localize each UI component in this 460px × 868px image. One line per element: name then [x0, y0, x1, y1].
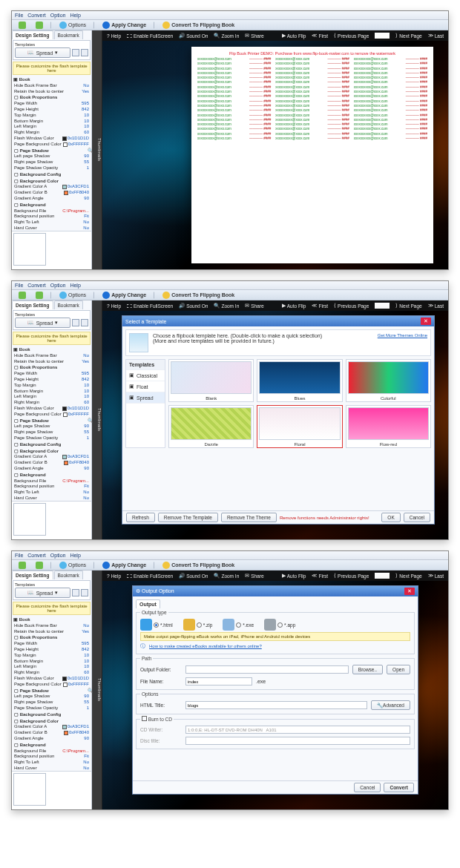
- help-button[interactable]: ? Help: [107, 33, 121, 39]
- cancel-button[interactable]: Cancel: [404, 513, 430, 522]
- last-page-button[interactable]: ≫ Last: [428, 573, 444, 579]
- flipbook-page[interactable]: Flip Book Printer DEMO: Purchase from ww…: [191, 47, 433, 263]
- tab-design-setting[interactable]: Design Setting: [12, 300, 53, 309]
- nav-spread[interactable]: ▣Spread: [126, 392, 165, 404]
- apply-change-button[interactable]: Apply Change: [99, 560, 150, 571]
- template-save-icon[interactable]: [81, 49, 88, 56]
- last-page-button[interactable]: ≫ Last: [428, 303, 444, 309]
- first-page-button[interactable]: ≪ First: [312, 33, 328, 39]
- undo-button[interactable]: [15, 20, 30, 30]
- remove-theme-button[interactable]: Remove The Theme: [221, 513, 277, 522]
- page-number-input[interactable]: [375, 573, 390, 579]
- menu-option[interactable]: Option: [50, 553, 66, 558]
- sound-button[interactable]: 🔊 Sound On: [179, 33, 208, 39]
- output-folder-input[interactable]: [185, 665, 349, 674]
- menu-help[interactable]: Help: [70, 553, 80, 558]
- close-icon[interactable]: ✕: [404, 588, 415, 595]
- tab-bookmark[interactable]: Bookmark: [54, 30, 83, 39]
- share-button[interactable]: ✉ Share: [245, 303, 263, 309]
- last-page-button[interactable]: ≫ Last: [428, 33, 444, 39]
- menu-file[interactable]: File: [15, 283, 23, 288]
- type-zip[interactable]: *.zip: [183, 619, 213, 631]
- close-icon[interactable]: ✕: [421, 318, 431, 325]
- tab-bookmark[interactable]: Bookmark: [54, 300, 83, 309]
- apply-change-button[interactable]: Apply Change: [99, 290, 150, 300]
- tab-design-setting[interactable]: Design Setting: [12, 571, 53, 579]
- fullscreen-button[interactable]: ⛶ Enable FullScreen: [127, 573, 173, 579]
- open-button[interactable]: Open: [387, 665, 410, 674]
- template-blues[interactable]: Blues: [257, 359, 342, 402]
- tab-design-setting[interactable]: Design Setting: [12, 30, 53, 39]
- nav-float[interactable]: ▣Float: [126, 381, 165, 392]
- template-blank[interactable]: Blank: [168, 359, 254, 402]
- menu-convert[interactable]: Convert: [27, 283, 46, 288]
- template-save-icon[interactable]: [81, 589, 88, 596]
- thumbnail-strip[interactable]: Thumbnails 🔍: [92, 30, 102, 269]
- fullscreen-button[interactable]: ⛶ Enable FullScreen: [127, 303, 173, 309]
- help-button[interactable]: ? Help: [107, 303, 121, 309]
- options-button[interactable]: Options: [56, 560, 90, 571]
- template-browse-icon[interactable]: [72, 589, 79, 596]
- type-html[interactable]: *.html: [140, 619, 173, 631]
- convert-button[interactable]: Convert To Flipping Book: [159, 560, 238, 571]
- template-browse-icon[interactable]: [72, 49, 79, 56]
- redo-button[interactable]: [32, 560, 47, 571]
- menu-option[interactable]: Option: [50, 13, 66, 18]
- template-flow-red[interactable]: Flow-red: [346, 405, 431, 448]
- autoflip-button[interactable]: ▶ Auto Flip: [282, 33, 306, 39]
- redo-button[interactable]: [32, 20, 47, 30]
- autoflip-button[interactable]: ▶ Auto Flip: [282, 573, 306, 579]
- template-save-icon[interactable]: [81, 319, 88, 326]
- options-button[interactable]: Options: [56, 290, 90, 300]
- menu-convert[interactable]: Convert: [27, 553, 46, 558]
- apply-change-button[interactable]: Apply Change: [99, 20, 150, 30]
- next-page-button[interactable]: ⟩ Next Page: [395, 33, 421, 39]
- zoom-button[interactable]: 🔍 Zoom In: [214, 573, 239, 579]
- share-button[interactable]: ✉ Share: [245, 33, 263, 39]
- html-title-input[interactable]: [185, 701, 367, 709]
- template-floral[interactable]: Floral: [257, 405, 342, 448]
- settings-tree[interactable]: ▣ Book Hide Book Frame BarNoRetain the b…: [12, 346, 91, 501]
- first-page-button[interactable]: ≪ First: [312, 573, 328, 579]
- more-themes-link[interactable]: Get More Themes Online: [378, 333, 427, 352]
- refresh-button[interactable]: Refresh: [126, 513, 155, 522]
- spread-template-button[interactable]: 📖 Spread ▾: [15, 47, 70, 58]
- next-page-button[interactable]: ⟩ Next Page: [395, 303, 421, 309]
- template-colorful[interactable]: Colorful: [346, 359, 431, 402]
- ok-button[interactable]: OK: [381, 513, 400, 522]
- spread-template-button[interactable]: 📖 Spread ▾: [15, 588, 70, 598]
- prev-page-button[interactable]: ⟨ Previous Page: [334, 33, 369, 39]
- undo-button[interactable]: [15, 290, 30, 300]
- type-exe[interactable]: *.exe: [223, 619, 254, 631]
- file-name-input[interactable]: [185, 677, 252, 685]
- undo-button[interactable]: [15, 560, 30, 571]
- redo-button[interactable]: [32, 290, 47, 300]
- convert-button[interactable]: Convert To Flipping Book: [159, 290, 238, 300]
- zoom-button[interactable]: 🔍 Zoom In: [214, 303, 239, 309]
- zoom-button[interactable]: 🔍 Zoom In: [214, 33, 239, 39]
- prev-page-button[interactable]: ⟨ Previous Page: [334, 303, 369, 309]
- fullscreen-button[interactable]: ⛶ Enable FullScreen: [127, 33, 173, 39]
- tab-bookmark[interactable]: Bookmark: [54, 571, 83, 579]
- page-number-input[interactable]: [375, 303, 390, 309]
- howto-link[interactable]: How to make created eBooks available for…: [149, 644, 262, 648]
- page-number-input[interactable]: [375, 33, 390, 39]
- menu-option[interactable]: Option: [50, 283, 66, 288]
- convert-button[interactable]: Convert To Flipping Book: [159, 20, 238, 30]
- spread-template-button[interactable]: 📖 Spread ▾: [15, 318, 70, 328]
- type-app[interactable]: *.app: [264, 619, 295, 631]
- settings-tree[interactable]: ▣ Book Hide Book Frame BarNoRetain the b…: [12, 76, 91, 231]
- advanced-button[interactable]: 🔧 Advanced: [371, 700, 410, 710]
- browse-button[interactable]: Browse..: [352, 665, 383, 674]
- thumbnail-strip[interactable]: Thumbnails🔍: [92, 571, 102, 809]
- template-dazzle[interactable]: Dazzle: [168, 405, 254, 448]
- menu-help[interactable]: Help: [70, 13, 80, 18]
- menu-help[interactable]: Help: [70, 283, 80, 288]
- thumbnail-strip[interactable]: Thumbnails🔍: [92, 300, 102, 539]
- options-button[interactable]: Options: [56, 20, 90, 30]
- menu-convert[interactable]: Convert: [27, 13, 46, 18]
- sound-button[interactable]: 🔊 Sound On: [179, 303, 208, 309]
- autoflip-button[interactable]: ▶ Auto Flip: [282, 303, 306, 309]
- remove-template-button[interactable]: Remove The Template: [158, 513, 218, 522]
- menu-file[interactable]: File: [15, 553, 23, 558]
